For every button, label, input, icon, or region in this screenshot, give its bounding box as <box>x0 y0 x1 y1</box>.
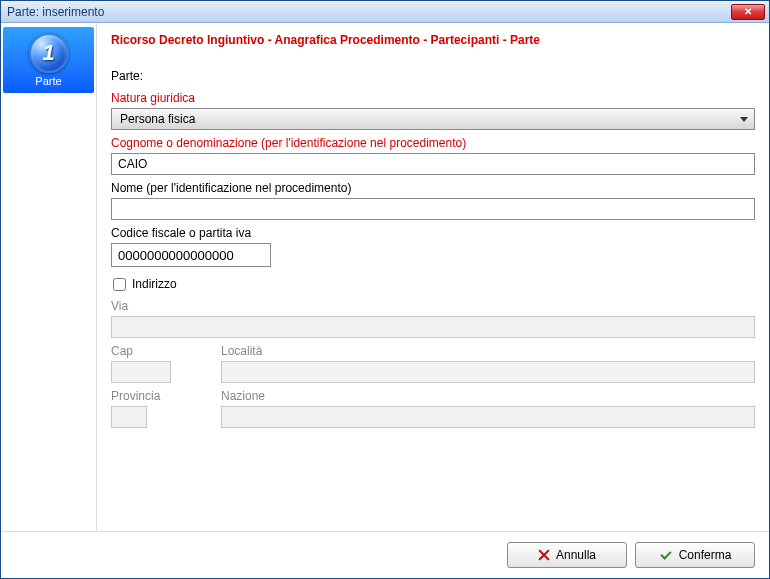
titlebar: Parte: inserimento ✕ <box>1 1 769 23</box>
step-label: Parte <box>35 75 61 87</box>
via-input <box>111 316 755 338</box>
natura-select[interactable]: Persona fisica <box>111 108 755 130</box>
cognome-input[interactable] <box>111 153 755 175</box>
localita-input <box>221 361 755 383</box>
provincia-input <box>111 406 147 428</box>
annulla-button[interactable]: Annulla <box>507 542 627 568</box>
close-icon: ✕ <box>744 6 752 17</box>
nome-label: Nome (per l'identificazione nel procedim… <box>111 181 755 195</box>
natura-label: Natura giuridica <box>111 91 755 105</box>
conferma-label: Conferma <box>679 548 732 562</box>
indirizzo-checkbox-label: Indirizzo <box>132 277 177 291</box>
indirizzo-checkbox-row: Indirizzo <box>111 277 755 291</box>
section-title: Parte: <box>111 69 755 83</box>
form-content: Ricorso Decreto Ingiuntivo - Anagrafica … <box>97 23 769 531</box>
cognome-label: Cognome o denominazione (per l'identific… <box>111 136 755 150</box>
cap-input <box>111 361 171 383</box>
dialog-window: Parte: inserimento ✕ 1 Parte Ricorso Dec… <box>0 0 770 579</box>
provincia-label: Provincia <box>111 389 191 403</box>
nome-input[interactable] <box>111 198 755 220</box>
breadcrumb: Ricorso Decreto Ingiuntivo - Anagrafica … <box>111 33 755 47</box>
footer: Annulla Conferma <box>1 531 769 578</box>
annulla-label: Annulla <box>556 548 596 562</box>
step-number-badge: 1 <box>29 33 69 73</box>
cap-label: Cap <box>111 344 191 358</box>
close-button[interactable]: ✕ <box>731 4 765 20</box>
natura-value: Persona fisica <box>120 112 195 126</box>
nazione-input <box>221 406 755 428</box>
confirm-icon <box>659 549 673 561</box>
window-title: Parte: inserimento <box>7 5 104 19</box>
sidebar: 1 Parte <box>1 23 97 531</box>
localita-label: Località <box>221 344 755 358</box>
via-label: Via <box>111 299 755 313</box>
dialog-body: 1 Parte Ricorso Decreto Ingiuntivo - Ana… <box>1 23 769 531</box>
step-tile-parte[interactable]: 1 Parte <box>3 27 94 93</box>
cf-input[interactable] <box>111 243 271 267</box>
nazione-label: Nazione <box>221 389 755 403</box>
conferma-button[interactable]: Conferma <box>635 542 755 568</box>
cf-label: Codice fiscale o partita iva <box>111 226 755 240</box>
chevron-down-icon <box>740 117 748 122</box>
indirizzo-checkbox[interactable] <box>113 278 126 291</box>
cancel-icon <box>538 549 550 561</box>
